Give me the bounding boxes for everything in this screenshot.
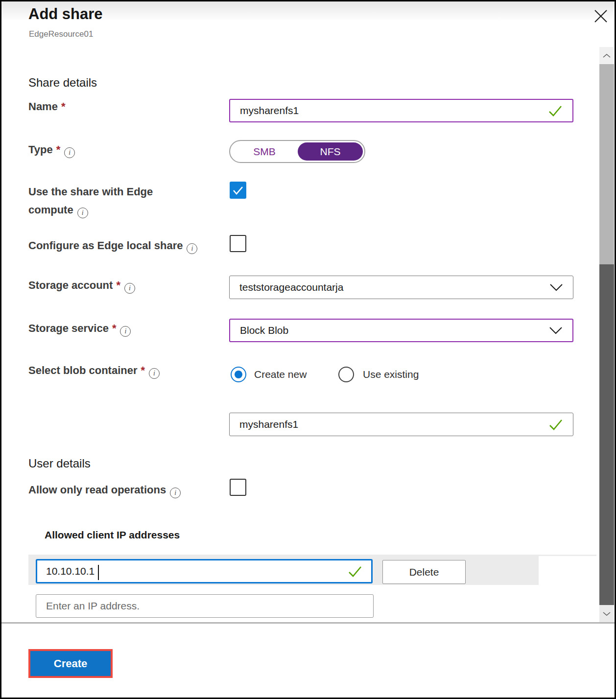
- type-toggle: SMB NFS: [229, 140, 365, 163]
- storage-service-dropdown[interactable]: Block Blob: [229, 319, 573, 342]
- edge-compute-checkbox[interactable]: [230, 182, 246, 199]
- radio-create-new[interactable]: [231, 367, 246, 382]
- scrollbar-track[interactable]: [599, 64, 614, 264]
- edge-compute-label: Use the share with Edge computei: [28, 183, 190, 219]
- radio-use-existing[interactable]: [338, 367, 354, 382]
- required-asterisk: *: [61, 100, 66, 113]
- chevron-up-icon: [602, 53, 611, 58]
- section-user-details: User details: [28, 457, 91, 470]
- name-input[interactable]: mysharenfs1: [229, 99, 573, 122]
- scrollbar-thumb[interactable]: [599, 264, 614, 605]
- info-icon[interactable]: i: [149, 368, 160, 379]
- storage-account-value: teststorageaccountarja: [239, 281, 343, 293]
- blob-container-label: Select blob container*i: [28, 361, 160, 379]
- container-name-input[interactable]: mysharenfs1: [229, 413, 573, 436]
- resource-breadcrumb: EdgeResource01: [29, 29, 93, 39]
- radio-dot: [235, 371, 242, 378]
- read-only-label: Allow only read operationsi: [28, 481, 181, 499]
- checkmark-icon: [232, 186, 244, 195]
- edge-local-label: Configure as Edge local sharei: [28, 236, 197, 255]
- name-value: mysharenfs1: [240, 105, 299, 116]
- close-icon: [593, 8, 609, 24]
- ip-row-edge-line: [539, 555, 596, 556]
- create-button[interactable]: Create: [30, 651, 111, 676]
- type-option-nfs[interactable]: NFS: [298, 142, 363, 161]
- chevron-down-icon: [549, 326, 563, 334]
- storage-service-label: Storage service*i: [28, 319, 131, 337]
- edge-local-checkbox[interactable]: [230, 235, 246, 252]
- chevron-down-icon: [602, 611, 611, 616]
- storage-service-value: Block Blob: [240, 325, 288, 336]
- page-title: Add share: [28, 5, 103, 23]
- section-share-details: Share details: [28, 76, 97, 90]
- chevron-down-icon: [549, 283, 563, 291]
- footer-divider: [1, 622, 615, 624]
- info-icon[interactable]: i: [120, 326, 131, 337]
- annotation-highlight: Create: [28, 649, 113, 678]
- type-label: Type*i: [28, 140, 75, 159]
- text-cursor: [98, 565, 99, 580]
- scrollbar-down-button[interactable]: [599, 605, 614, 622]
- radio-create-new-label[interactable]: Create new: [254, 369, 307, 380]
- storage-account-dropdown[interactable]: teststorageaccountarja: [229, 276, 573, 299]
- info-icon[interactable]: i: [170, 488, 181, 498]
- add-share-panel: Add share EdgeResource01 Share details N…: [0, 0, 616, 699]
- radio-use-existing-label[interactable]: Use existing: [363, 369, 419, 380]
- close-button[interactable]: [592, 7, 610, 25]
- ip-address-value: 10.10.10.1: [46, 565, 95, 577]
- container-name-value: mysharenfs1: [239, 419, 298, 430]
- new-ip-input[interactable]: Enter an IP address.: [36, 594, 374, 618]
- ip-address-input[interactable]: 10.10.10.1: [36, 559, 373, 583]
- required-asterisk: *: [56, 143, 61, 156]
- valid-check-icon: [548, 104, 563, 117]
- required-asterisk: *: [141, 364, 145, 376]
- read-only-checkbox[interactable]: [230, 479, 246, 496]
- new-ip-placeholder: Enter an IP address.: [46, 600, 140, 612]
- info-icon[interactable]: i: [64, 147, 75, 158]
- required-asterisk: *: [112, 322, 117, 334]
- info-icon[interactable]: i: [77, 208, 88, 218]
- valid-check-icon: [548, 418, 563, 431]
- allowed-ips-heading: Allowed client IP addresses: [45, 529, 180, 541]
- valid-check-icon: [348, 565, 362, 578]
- scrollbar-up-button[interactable]: [599, 47, 614, 64]
- name-label: Name*: [28, 97, 65, 116]
- type-option-smb[interactable]: SMB: [230, 141, 299, 162]
- info-icon[interactable]: i: [124, 283, 135, 294]
- required-asterisk: *: [116, 279, 120, 291]
- info-icon[interactable]: i: [187, 243, 197, 254]
- storage-account-label: Storage account*i: [28, 276, 135, 294]
- delete-button[interactable]: Delete: [382, 560, 466, 584]
